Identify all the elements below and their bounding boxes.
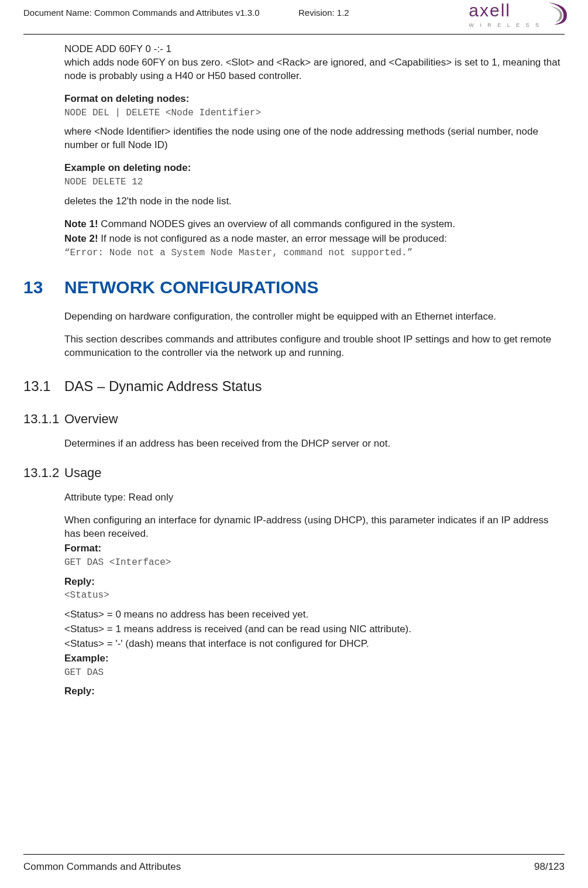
section-13-heading: 13 NETWORK CONFIGURATIONS bbox=[23, 276, 565, 300]
format-heading: Format: bbox=[64, 542, 565, 556]
reply-2-heading: Reply: bbox=[64, 685, 565, 698]
header-rule bbox=[23, 34, 565, 35]
example-code: GET DAS bbox=[64, 667, 565, 680]
body-text: which adds node 60FY on bus zero. <Slot>… bbox=[64, 56, 565, 83]
section-number: 13.1.1 bbox=[23, 410, 64, 428]
page-number: 98/123 bbox=[534, 860, 565, 874]
reply-heading: Reply: bbox=[64, 575, 565, 589]
error-message-code: “Error: Node not a System Node Master, c… bbox=[64, 247, 565, 260]
example-delete-code: NODE DELETE 12 bbox=[64, 176, 565, 189]
logo-text: axell bbox=[469, 0, 541, 23]
reply-code: <Status> bbox=[64, 589, 565, 602]
code-line: NODE ADD 60FY 0 -:- 1 bbox=[64, 43, 565, 56]
section-number: 13.1.2 bbox=[23, 464, 64, 482]
note-2-label: Note 2! bbox=[64, 233, 98, 244]
section-number: 13.1 bbox=[23, 377, 64, 396]
example-heading: Example: bbox=[64, 652, 565, 666]
note-2: Note 2! If node is not configured as a n… bbox=[64, 232, 565, 246]
page-content: NODE ADD 60FY 0 -:- 1 which adds node 60… bbox=[23, 43, 565, 698]
section-13-1-1-heading: 13.1.1 Overview bbox=[23, 410, 565, 428]
section-13-p2: This section describes commands and attr… bbox=[64, 333, 565, 360]
usage-desc: When configuring an interface for dynami… bbox=[64, 514, 565, 541]
example-delete-desc: deletes the 12'th node in the node list. bbox=[64, 195, 565, 208]
section-title: NETWORK CONFIGURATIONS bbox=[64, 276, 318, 300]
revision: Revision: 1.2 bbox=[298, 7, 349, 19]
logo-subtext: W I R E L E S S bbox=[469, 22, 541, 29]
node-add-example: NODE ADD 60FY 0 -:- 1 which adds node 60… bbox=[64, 43, 565, 83]
page-header: Document Name: Common Commands and Attri… bbox=[23, 0, 565, 34]
section-13-p1: Depending on hardware configuration, the… bbox=[64, 310, 565, 324]
status-0: <Status> = 0 means no address has been r… bbox=[64, 608, 565, 622]
status-1: <Status> = 1 means address is received (… bbox=[64, 623, 565, 636]
note-1: Note 1! Command NODES gives an overview … bbox=[64, 218, 565, 231]
note-1-text: Command NODES gives an overview of all c… bbox=[98, 218, 455, 229]
section-13-1-2-heading: 13.1.2 Usage bbox=[23, 464, 565, 482]
doc-name: Document Name: Common Commands and Attri… bbox=[23, 7, 260, 19]
note-2-text: If node is not configured as a node mast… bbox=[98, 233, 447, 244]
section-13-1-heading: 13.1 DAS – Dynamic Address Status bbox=[23, 377, 565, 396]
example-delete-heading: Example on deleting node: bbox=[64, 162, 565, 175]
attribute-type: Attribute type: Read only bbox=[64, 491, 565, 505]
section-title: Overview bbox=[64, 410, 118, 428]
section-number: 13 bbox=[23, 276, 64, 300]
section-title: DAS – Dynamic Address Status bbox=[64, 377, 262, 396]
overview-text: Determines if an address has been receiv… bbox=[64, 437, 565, 451]
format-code: GET DAS <Interface> bbox=[64, 557, 565, 570]
status-dash: <Status> = '-' (dash) means that interfa… bbox=[64, 637, 565, 651]
page-footer: Common Commands and Attributes 98/123 bbox=[23, 854, 565, 874]
note-1-label: Note 1! bbox=[64, 218, 98, 229]
footer-title: Common Commands and Attributes bbox=[23, 860, 181, 874]
format-delete-heading: Format on deleting nodes: bbox=[64, 92, 565, 106]
section-title: Usage bbox=[64, 464, 102, 482]
logo-swirl-icon bbox=[544, 0, 570, 27]
format-delete-desc: where <Node Identifier> identifies the n… bbox=[64, 125, 565, 152]
logo: axell W I R E L E S S bbox=[469, 0, 570, 29]
format-delete-code: NODE DEL | DELETE <Node Identifier> bbox=[64, 107, 565, 120]
